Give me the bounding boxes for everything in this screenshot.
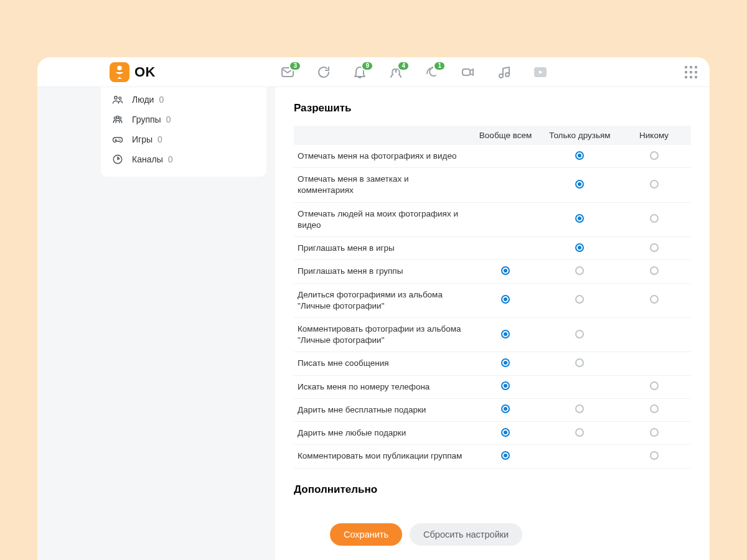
action-bar: Сохранить Сбросить настройки: [294, 523, 691, 546]
radio-option[interactable]: [575, 151, 584, 160]
radio-option[interactable]: [650, 428, 659, 437]
radio-option[interactable]: [501, 451, 510, 460]
messages-badge: 3: [289, 61, 301, 71]
permission-cell: [469, 202, 543, 236]
permission-cell: [469, 317, 543, 352]
permission-label: Отмечать людей на моих фотографиях и вид…: [294, 202, 469, 236]
permission-label: Отмечать меня на фотографиях и видео: [294, 145, 469, 168]
table-row: Приглашать меня в игры: [294, 237, 691, 260]
radio-option[interactable]: [575, 330, 584, 338]
logo[interactable]: OK: [110, 62, 156, 82]
table-row: Дарить мне бесплатные подарки: [294, 398, 691, 421]
music-icon[interactable]: [497, 65, 512, 80]
sidebar-item-label: Каналы: [132, 154, 163, 164]
notifications-icon[interactable]: 9: [352, 65, 367, 80]
sidebar-item-label: Группы: [132, 114, 161, 124]
groups-icon: [112, 114, 123, 125]
save-button[interactable]: Сохранить: [330, 523, 402, 546]
radio-option[interactable]: [650, 266, 659, 275]
video-call-icon[interactable]: [461, 65, 476, 80]
section-title: Разрешить: [294, 102, 691, 114]
permission-cell: [469, 260, 543, 283]
radio-option[interactable]: [575, 214, 584, 223]
permission-label: Дарить мне любые подарки: [294, 422, 469, 445]
sidebar-item-groups[interactable]: Группы 0: [101, 110, 266, 129]
messages-icon[interactable]: 3: [280, 65, 295, 80]
radio-option[interactable]: [575, 266, 584, 275]
radio-option[interactable]: [650, 151, 659, 160]
permission-cell: [469, 445, 543, 468]
radio-option[interactable]: [650, 381, 659, 390]
notifications-badge: 9: [361, 61, 374, 71]
radio-option[interactable]: [575, 404, 584, 413]
col-friends: Только друзьям: [543, 126, 617, 145]
events-badge: 1: [433, 61, 446, 71]
people-icon: [112, 94, 123, 105]
discussions-icon[interactable]: [316, 65, 331, 80]
radio-option[interactable]: [501, 330, 510, 338]
permission-cell: [543, 237, 617, 260]
sidebar-item-count: 0: [168, 154, 173, 164]
radio-option[interactable]: [501, 266, 510, 275]
radio-option[interactable]: [650, 295, 659, 304]
permission-cell: [617, 283, 691, 317]
permission-label: Писать мне сообщения: [294, 352, 469, 375]
radio-option[interactable]: [650, 243, 659, 252]
guests-icon[interactable]: 4: [388, 65, 403, 80]
events-icon[interactable]: 1: [425, 65, 439, 80]
table-row: Писать мне сообщения: [294, 352, 691, 375]
permission-cell: [469, 283, 543, 317]
table-row: Отмечать меня на фотографиях и видео: [294, 145, 691, 168]
permission-cell: [617, 317, 691, 352]
additional-title: Дополнительно: [294, 483, 691, 496]
radio-option[interactable]: [501, 295, 510, 304]
radio-option[interactable]: [501, 404, 510, 413]
permission-cell: [469, 398, 543, 421]
sidebar-item-count: 0: [157, 134, 162, 144]
permission-cell: [543, 283, 617, 317]
sidebar-item-count: 0: [166, 114, 171, 124]
permission-cell: [543, 422, 617, 445]
table-row: Комментировать мои публикации группам: [294, 445, 691, 468]
permission-cell: [617, 260, 691, 283]
table-row: Делиться фотографиями из альбома "Личные…: [294, 283, 691, 317]
permission-cell: [617, 422, 691, 445]
radio-option[interactable]: [575, 295, 584, 304]
svg-point-6: [115, 96, 118, 100]
radio-option[interactable]: [650, 180, 659, 189]
radio-option[interactable]: [501, 381, 510, 390]
apps-menu-icon[interactable]: [685, 66, 697, 78]
table-row: Комментировать фотографии из альбома "Ли…: [294, 317, 691, 352]
permission-label: Отмечать меня в заметках и комментариях: [294, 168, 469, 202]
sidebar-item-games[interactable]: Игры 0: [101, 129, 266, 149]
permission-label: Делиться фотографиями из альбома "Личные…: [294, 283, 469, 317]
reset-button[interactable]: Сбросить настройки: [410, 523, 522, 546]
sidebar: Люди 0 Группы 0 Игры 0 Каналы 0: [101, 87, 266, 177]
table-row: Отмечать меня в заметках и комментариях: [294, 168, 691, 202]
ok-logo-icon: [110, 62, 129, 82]
radio-option[interactable]: [575, 243, 584, 252]
sidebar-item-channels[interactable]: Каналы 0: [101, 149, 266, 169]
radio-option[interactable]: [501, 358, 510, 367]
radio-option[interactable]: [650, 451, 659, 460]
radio-option[interactable]: [575, 180, 584, 189]
sidebar-item-people[interactable]: Люди 0: [101, 90, 266, 110]
svg-point-7: [119, 97, 121, 100]
permission-cell: [617, 375, 691, 398]
radio-option[interactable]: [650, 404, 659, 413]
guests-badge: 4: [397, 61, 410, 71]
permission-cell: [543, 168, 617, 202]
video-icon[interactable]: [533, 65, 548, 80]
radio-option[interactable]: [575, 358, 584, 367]
radio-option[interactable]: [575, 428, 584, 437]
nav-icons: 3 9 4 1: [280, 65, 548, 80]
radio-option[interactable]: [501, 428, 510, 437]
permission-cell: [543, 260, 617, 283]
radio-option[interactable]: [650, 214, 659, 223]
table-row: Искать меня по номеру телефона: [294, 375, 691, 398]
permission-cell: [469, 237, 543, 260]
permission-cell: [617, 202, 691, 236]
permission-cell: [543, 398, 617, 421]
permission-cell: [543, 145, 617, 168]
permission-cell: [469, 422, 543, 445]
